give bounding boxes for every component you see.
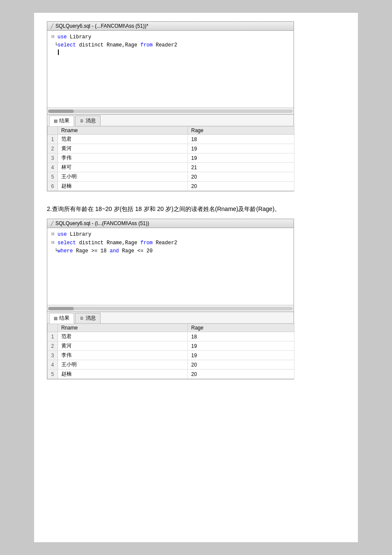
rname-cell: 李伟	[58, 351, 187, 360]
collapse-icon-2b: ⊟	[52, 239, 57, 247]
results-table-1: Rname Rage 1 范君 18 2 黄河 19	[47, 126, 294, 191]
table-row: 1 范君 18	[48, 332, 294, 341]
rage-cell: 19	[187, 153, 294, 163]
tab-results-2[interactable]: ▦ 结果	[49, 313, 74, 324]
query-description: 2.查询所有年龄在 18~20 岁(包括 18 岁和 20 岁)之间的读者姓名(…	[47, 204, 345, 214]
rage-cell: 20	[187, 370, 294, 379]
scrollbar-track-1	[48, 110, 293, 113]
results-tabs-2: ▦ 结果 🗎 消息	[47, 312, 294, 323]
row-num: 4	[48, 163, 58, 172]
tab-messages-1[interactable]: 🗎 消息	[75, 116, 101, 126]
row-num: 6	[48, 182, 58, 191]
sql-title-2: SQLQuery6.sql - (l...(FANCOMI\Ass (51))	[55, 220, 149, 226]
row-num: 1	[48, 332, 58, 341]
rname-cell: 王小明	[58, 360, 187, 370]
col-header-num-1	[48, 127, 58, 135]
sql-line-s2-1: ⊟ use Library	[52, 231, 289, 239]
table-row: 4 王小明 20	[48, 360, 294, 370]
rage-cell: 19	[187, 144, 294, 153]
section-2: ╱ SQLQuery6.sql - (l...(FANCOMI\Ass (51)…	[47, 219, 345, 379]
sql-line-s2-2: ⊟ select distinct Rname,Rage from Reader…	[52, 239, 289, 247]
sql-code-area-1[interactable]: ⊟ use Library └ select distinct Rname,Ra…	[47, 31, 294, 107]
rname-cell: 范君	[58, 332, 187, 341]
table-row: 2 黄河 19	[48, 144, 294, 153]
table-row: 5 赵楠 20	[48, 370, 294, 379]
scrollbar-thumb-2	[48, 307, 74, 310]
sql-titlebar-2: ╱ SQLQuery6.sql - (l...(FANCOMI\Ass (51)…	[47, 219, 294, 228]
results-tabs-1: ▦ 结果 🗎 消息	[47, 114, 294, 126]
collapse-icon-2: ⊟	[52, 231, 57, 238]
sql-line-1: ⊟ use Library	[52, 33, 289, 41]
table-row: 2 黄河 19	[48, 341, 294, 351]
rname-cell: 林可	[58, 163, 187, 172]
row-num: 3	[48, 351, 58, 360]
scrollbar-thumb-1	[48, 110, 74, 113]
sql-file-icon-2: ╱	[51, 221, 54, 226]
rage-cell: 18	[187, 135, 294, 144]
rname-cell: 黄河	[58, 144, 187, 153]
table-icon-2: ▦	[54, 316, 58, 321]
tab-results-label-2: 结果	[59, 315, 69, 322]
msg-icon-2: 🗎	[80, 316, 84, 321]
sql-line-s2-3: └ where Rage >= 18 and Rage <= 20	[52, 247, 289, 255]
col-header-rage-1: Rage	[187, 127, 294, 135]
rage-cell: 20	[187, 360, 294, 370]
row-num: 5	[48, 370, 58, 379]
rname-cell: 赵楠	[58, 182, 187, 191]
rage-cell: 21	[187, 163, 294, 172]
rage-cell: 19	[187, 351, 294, 360]
tab-messages-label-2: 消息	[86, 315, 96, 322]
section-1: ╱ SQLQuery6.sql - (...FANCOMI\Ass (51))*…	[47, 21, 345, 191]
scrollbar-2[interactable]	[47, 305, 294, 312]
table-icon-1: ▦	[54, 119, 58, 123]
results-table-2: Rname Rage 1 范君 18 2 黄河 19	[47, 323, 294, 379]
rname-cell: 黄河	[58, 341, 187, 351]
table-row: 1 范君 18	[48, 135, 294, 144]
tab-results-1[interactable]: ▦ 结果	[49, 116, 74, 126]
col-header-rname-2: Rname	[58, 324, 187, 332]
col-header-rname-1: Rname	[58, 127, 187, 135]
table-row: 6 赵楠 20	[48, 182, 294, 191]
row-num: 4	[48, 360, 58, 370]
sql-line-3	[52, 49, 289, 58]
msg-icon-1: 🗎	[80, 119, 84, 123]
rname-cell: 李伟	[58, 153, 187, 163]
sql-window-2: ╱ SQLQuery6.sql - (l...(FANCOMI\Ass (51)…	[47, 219, 294, 379]
rname-cell: 范君	[58, 135, 187, 144]
page-container: ╱ SQLQuery6.sql - (...FANCOMI\Ass (51))*…	[34, 13, 358, 542]
scrollbar-track-2	[48, 307, 293, 310]
table-row: 5 王小明 20	[48, 172, 294, 182]
row-num: 5	[48, 172, 58, 182]
table-row: 4 林可 21	[48, 163, 294, 172]
cursor-1	[58, 49, 59, 55]
sql-code-area-2[interactable]: ⊟ use Library ⊟ select distinct Rname,Ra…	[47, 228, 294, 305]
table-row: 3 李伟 19	[48, 351, 294, 360]
scrollbar-1[interactable]	[47, 107, 294, 114]
collapse-icon-1: ⊟	[52, 33, 57, 41]
tab-messages-2[interactable]: 🗎 消息	[75, 313, 101, 323]
col-header-rage-2: Rage	[187, 324, 294, 332]
table-row: 3 李伟 19	[48, 153, 294, 163]
rage-cell: 19	[187, 341, 294, 351]
row-num: 2	[48, 144, 58, 153]
sql-line-2: └ select distinct Rname,Rage from Reader…	[52, 41, 289, 49]
row-num: 2	[48, 341, 58, 351]
row-num: 3	[48, 153, 58, 163]
tab-messages-label-1: 消息	[86, 117, 96, 124]
sql-file-icon: ╱	[51, 23, 54, 29]
rage-cell: 20	[187, 182, 294, 191]
rname-cell: 王小明	[58, 172, 187, 182]
rage-cell: 20	[187, 172, 294, 182]
col-header-num-2	[48, 324, 58, 332]
tab-results-label-1: 结果	[59, 117, 69, 124]
sql-titlebar-1: ╱ SQLQuery6.sql - (...FANCOMI\Ass (51))*	[47, 22, 294, 31]
rname-cell: 赵楠	[58, 370, 187, 379]
row-num: 1	[48, 135, 58, 144]
rage-cell: 18	[187, 332, 294, 341]
sql-window-1: ╱ SQLQuery6.sql - (...FANCOMI\Ass (51))*…	[47, 21, 294, 191]
sql-title-1: SQLQuery6.sql - (...FANCOMI\Ass (51))*	[55, 23, 148, 29]
